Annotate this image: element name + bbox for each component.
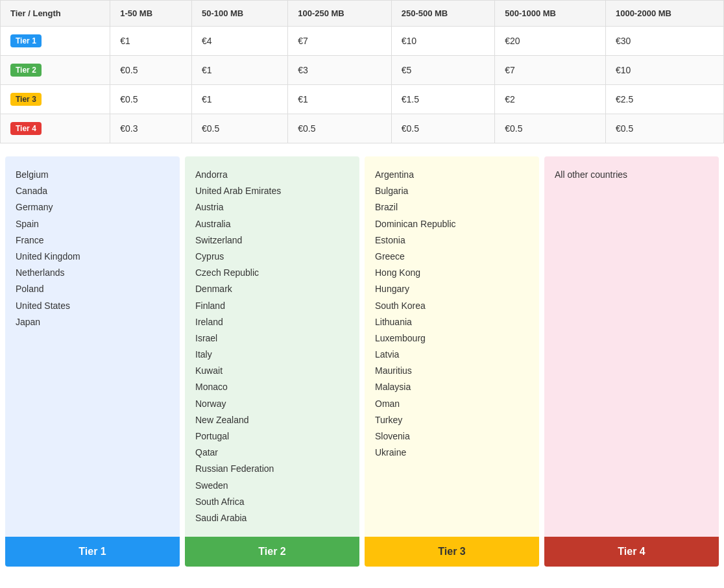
tier-badge-2: Tier 3 [10, 93, 42, 106]
tier-cell-3: Tier 4 [1, 114, 110, 143]
country-item: Germany [16, 199, 169, 215]
price-cell-2-4: €2 [495, 85, 606, 114]
country-list-tier2: AndorraUnited Arab EmiratesAustriaAustra… [185, 156, 359, 537]
price-cell-0-4: €20 [495, 27, 606, 56]
country-item: Canada [16, 183, 169, 199]
table-row-2: Tier 3€0.5€1€1€1.5€2€2.5 [1, 85, 724, 114]
country-column-tier3: ArgentinaBulgariaBrazilDominican Republi… [365, 156, 539, 567]
country-item: Bulgaria [375, 183, 529, 199]
header-col-3: 100-250 MB [288, 1, 392, 27]
tier-cell-1: Tier 2 [1, 56, 110, 85]
country-item: Turkey [375, 412, 529, 428]
price-cell-2-2: €1 [288, 85, 392, 114]
header-col-0: Tier / Length [1, 1, 110, 27]
country-item: Japan [16, 314, 169, 330]
country-column-tier1: BelgiumCanadaGermanySpainFranceUnited Ki… [5, 156, 180, 567]
country-item: Andorra [195, 167, 349, 183]
country-item: Portugal [195, 428, 349, 445]
column-footer-tier2: Tier 2 [185, 537, 359, 567]
country-item: Finland [195, 298, 349, 314]
country-item: New Zealand [195, 412, 349, 428]
country-grid: BelgiumCanadaGermanySpainFranceUnited Ki… [0, 156, 724, 572]
price-cell-3-3: €0.5 [391, 114, 495, 143]
price-cell-3-4: €0.5 [495, 114, 606, 143]
column-footer-tier3: Tier 3 [365, 537, 539, 567]
tier-badge-1: Tier 2 [10, 64, 42, 77]
country-item: Spain [16, 216, 169, 232]
price-cell-1-4: €7 [495, 56, 606, 85]
price-cell-0-2: €7 [288, 27, 392, 56]
table-row-1: Tier 2€0.5€1€3€5€7€10 [1, 56, 724, 85]
tier-cell-2: Tier 3 [1, 85, 110, 114]
country-item: Australia [195, 216, 349, 232]
country-item: Monaco [195, 379, 349, 395]
country-item: Denmark [195, 281, 349, 297]
country-item: All other countries [555, 167, 708, 183]
country-item: Belgium [16, 167, 169, 183]
country-item: Latvia [375, 347, 529, 363]
price-cell-1-5: €10 [605, 56, 723, 85]
header-col-6: 1000-2000 MB [605, 1, 723, 27]
country-item: Estonia [375, 232, 529, 249]
country-item: Dominican Republic [375, 216, 529, 232]
country-item: Austria [195, 199, 349, 215]
country-item: Hong Kong [375, 265, 529, 281]
tier-badge-0: Tier 1 [10, 34, 42, 47]
country-list-tier3: ArgentinaBulgariaBrazilDominican Republi… [365, 156, 539, 537]
main-container: Tier / Length1-50 MB50-100 MB100-250 MB2… [0, 0, 724, 572]
country-item: United States [16, 298, 169, 314]
country-item: France [16, 232, 169, 249]
price-cell-3-5: €0.5 [605, 114, 723, 143]
price-cell-2-1: €1 [191, 85, 287, 114]
country-item: Mauritius [375, 363, 529, 379]
price-cell-2-5: €2.5 [605, 85, 723, 114]
country-column-tier4: All other countriesTier 4 [544, 156, 719, 567]
country-item: Saudi Arabia [195, 510, 349, 526]
country-item: Slovenia [375, 428, 529, 445]
country-item: Russian Federation [195, 461, 349, 477]
price-cell-2-3: €1.5 [391, 85, 495, 114]
country-item: Israel [195, 330, 349, 347]
country-item: Poland [16, 281, 169, 297]
country-list-tier4: All other countries [544, 156, 719, 537]
country-item: Ireland [195, 314, 349, 330]
pricing-table: Tier / Length1-50 MB50-100 MB100-250 MB2… [0, 0, 724, 143]
country-item: Italy [195, 347, 349, 363]
country-item: Luxembourg [375, 330, 529, 347]
country-item: Netherlands [16, 265, 169, 281]
price-cell-3-0: €0.3 [110, 114, 192, 143]
tier-badge-3: Tier 4 [10, 122, 42, 135]
country-item: Brazil [375, 199, 529, 215]
price-cell-3-1: €0.5 [191, 114, 287, 143]
table-row-3: Tier 4€0.3€0.5€0.5€0.5€0.5€0.5 [1, 114, 724, 143]
price-cell-0-0: €1 [110, 27, 192, 56]
price-cell-1-0: €0.5 [110, 56, 192, 85]
price-cell-2-0: €0.5 [110, 85, 192, 114]
country-item: United Kingdom [16, 249, 169, 265]
price-cell-0-5: €30 [605, 27, 723, 56]
country-item: Switzerland [195, 232, 349, 249]
price-cell-0-1: €4 [191, 27, 287, 56]
country-item: Sweden [195, 478, 349, 494]
header-col-2: 50-100 MB [191, 1, 287, 27]
column-footer-tier4: Tier 4 [544, 537, 719, 567]
price-cell-3-2: €0.5 [288, 114, 392, 143]
country-item: United Arab Emirates [195, 183, 349, 199]
country-item: South Korea [375, 298, 529, 314]
price-cell-1-2: €3 [288, 56, 392, 85]
country-item: Lithuania [375, 314, 529, 330]
header-col-4: 250-500 MB [391, 1, 495, 27]
header-col-5: 500-1000 MB [495, 1, 606, 27]
header-col-1: 1-50 MB [110, 1, 192, 27]
tier-cell-0: Tier 1 [1, 27, 110, 56]
country-item: Ukraine [375, 445, 529, 461]
country-item: Greece [375, 249, 529, 265]
column-footer-tier1: Tier 1 [5, 537, 180, 567]
price-cell-1-1: €1 [191, 56, 287, 85]
country-item: Norway [195, 396, 349, 412]
country-item: Cyprus [195, 249, 349, 265]
country-item: Kuwait [195, 363, 349, 379]
country-item: Qatar [195, 445, 349, 461]
price-cell-1-3: €5 [391, 56, 495, 85]
country-item: Malaysia [375, 379, 529, 395]
